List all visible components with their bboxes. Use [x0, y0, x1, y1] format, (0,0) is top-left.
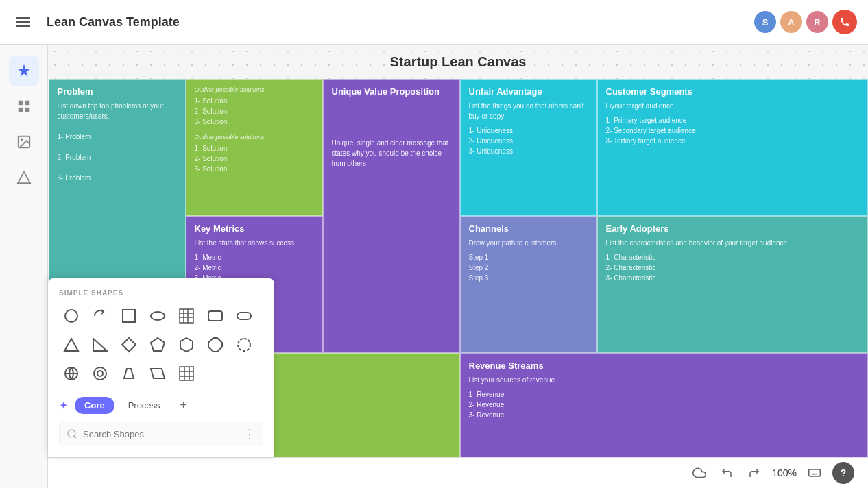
shape-right-triangle[interactable] [88, 332, 112, 357]
svg-point-27 [97, 371, 103, 376]
adopters-title: Early Adopters [606, 223, 859, 234]
shape-hexagon[interactable] [174, 332, 199, 357]
svg-marker-21 [180, 338, 193, 352]
help-button[interactable]: ? [832, 462, 854, 484]
revenue-title: Revenue Streams [469, 361, 859, 371]
segments-list: 1- Primary target audience 2- Secondary … [606, 115, 859, 146]
shape-parallelogram[interactable] [145, 361, 170, 386]
shape-table[interactable] [174, 304, 199, 328]
uvp-cell[interactable]: Unique Value Proposition Unique, single … [323, 79, 460, 353]
svg-rect-3 [25, 108, 29, 112]
solutions-cell[interactable]: Outline possible solutions 1- Solution 2… [186, 79, 323, 216]
shapes-tabs: ✦ Core Process + [59, 395, 263, 415]
adopters-cell[interactable]: Early Adopters List the characteristics … [597, 216, 868, 353]
triangle-icon [16, 170, 32, 185]
solutions-list1: 1- Solution 2- Solution 3- Solution [195, 96, 314, 127]
problem-body: List down top top pboblems of your custo… [58, 101, 177, 183]
unfair-intro: List the things you do that others can't… [469, 101, 588, 121]
sidebar-image-icon[interactable] [9, 127, 39, 157]
phone-icon [839, 16, 850, 27]
svg-point-7 [65, 310, 77, 322]
bottom-bar: 100% ? [48, 457, 868, 488]
segments-cell[interactable]: Customer Segments Liyour target audience… [597, 79, 868, 216]
avatar-a[interactable]: A [780, 11, 802, 33]
shape-diamond[interactable] [117, 332, 141, 357]
svg-rect-1 [25, 101, 29, 105]
shape-rounded-circle[interactable] [232, 332, 256, 357]
shape-circle[interactable] [59, 304, 84, 328]
shapes-tab-icon: ✦ [59, 399, 68, 412]
star-icon [16, 63, 32, 78]
menu-button[interactable] [11, 10, 36, 34]
shape-ellipse[interactable] [145, 304, 170, 328]
sidebar-shape2-icon[interactable] [9, 162, 39, 193]
svg-rect-8 [123, 310, 135, 322]
shape-octagon[interactable] [203, 332, 228, 357]
svg-point-26 [94, 367, 106, 380]
svg-point-9 [151, 312, 165, 320]
cloud-icon[interactable] [690, 463, 709, 483]
channels-cell[interactable]: Channels Draw your path to customers Ste… [460, 216, 597, 353]
avatar-r[interactable]: R [806, 11, 828, 33]
uvp-title: Unique Value Proposition [332, 86, 451, 97]
unfair-list: 1- Uniqueness 2- Uniqueness 3- Uniquenes… [469, 125, 588, 156]
tab-process[interactable]: Process [119, 397, 170, 414]
svg-marker-29 [151, 369, 165, 378]
avatar-s[interactable]: S [754, 11, 776, 33]
svg-rect-15 [208, 311, 222, 321]
shape-trapezoid[interactable] [117, 361, 141, 386]
redo-icon[interactable] [745, 463, 764, 483]
svg-point-23 [238, 339, 250, 351]
canvas-title: Startup Lean Canvas [48, 45, 868, 80]
shape-donut[interactable] [88, 361, 112, 386]
header: Lean Canvas Template S A R [0, 0, 868, 45]
grid-icon [16, 99, 32, 114]
undo-icon[interactable] [717, 463, 736, 483]
svg-marker-19 [122, 338, 136, 352]
segments-intro: Liyour target audience [606, 101, 859, 111]
shape-grid[interactable] [174, 361, 199, 386]
tab-core[interactable]: Core [75, 397, 114, 414]
svg-rect-16 [237, 313, 251, 319]
svg-rect-10 [180, 309, 193, 323]
shapes-panel: SIMPLE SHAPES [48, 278, 274, 457]
shape-rounded-rect[interactable] [203, 304, 228, 328]
channels-list: Step 1 Step 2 Step 3 [469, 252, 588, 283]
shape-pentagon[interactable] [145, 332, 170, 357]
shape-star[interactable] [59, 361, 84, 386]
svg-marker-20 [151, 338, 165, 351]
svg-marker-17 [64, 339, 78, 351]
channels-intro: Draw your path to customers [469, 238, 588, 248]
svg-rect-37 [809, 469, 821, 476]
shape-square[interactable] [117, 304, 141, 328]
shape-arc[interactable] [88, 304, 112, 328]
search-bar: ⋮ [59, 422, 263, 446]
svg-point-5 [21, 138, 23, 141]
svg-rect-30 [180, 367, 193, 380]
adopters-intro: List the characteristics and behavior of… [606, 238, 859, 248]
page-title: Lean Canvas Template [47, 15, 743, 29]
avatar-group: S A R [754, 10, 857, 34]
revenue-list: 1- Revenue 2- Revenue 3- Revenue [469, 389, 859, 420]
uvp-body: Unique, single and clear message that st… [332, 138, 451, 169]
svg-marker-28 [124, 369, 134, 378]
shapes-section-title: SIMPLE SHAPES [59, 289, 263, 297]
shape-triangle[interactable] [59, 332, 84, 357]
image-icon [16, 134, 32, 149]
unfair-cell[interactable]: Unfair Advantage List the things you do … [460, 79, 597, 216]
tab-add-button[interactable]: + [174, 395, 193, 415]
shape-stadium[interactable] [232, 304, 256, 328]
left-sidebar [0, 45, 48, 488]
svg-marker-6 [17, 172, 29, 184]
sidebar-shapes-icon[interactable] [9, 56, 39, 86]
sidebar-grid-icon[interactable] [9, 91, 39, 121]
channels-title: Channels [469, 223, 588, 234]
more-options-icon[interactable]: ⋮ [243, 426, 256, 441]
search-input[interactable] [83, 429, 238, 439]
call-button[interactable] [832, 10, 857, 34]
svg-rect-0 [18, 101, 22, 105]
adopters-list: 1- Characteristic 2- Characteristic 3- C… [606, 252, 859, 283]
keyboard-icon[interactable] [805, 463, 824, 483]
unfair-title: Unfair Advantage [469, 86, 588, 97]
svg-line-36 [74, 436, 76, 438]
